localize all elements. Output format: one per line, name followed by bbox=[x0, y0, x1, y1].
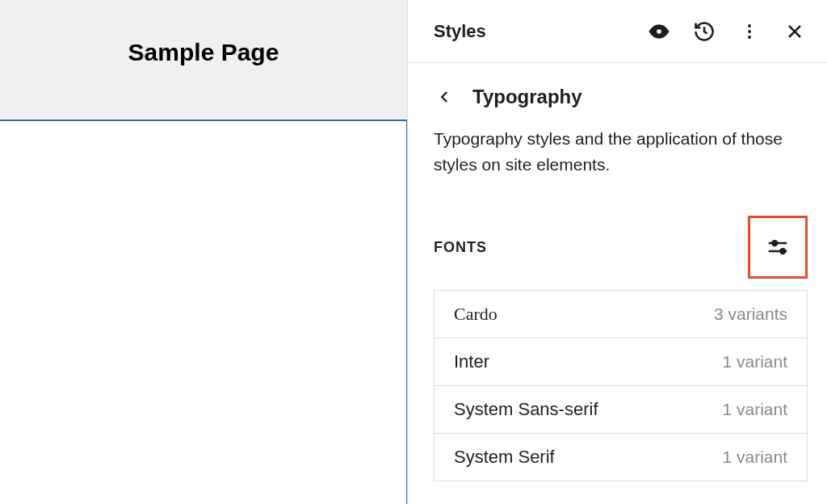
section-description: Typography styles and the application of… bbox=[408, 115, 827, 177]
sidebar-actions bbox=[646, 19, 808, 44]
font-row[interactable]: System Sans-serif 1 variant bbox=[434, 386, 807, 434]
section-nav: Typography bbox=[408, 63, 827, 115]
stylebook-button[interactable] bbox=[646, 19, 672, 44]
font-variants: 1 variant bbox=[722, 352, 787, 372]
font-row[interactable]: System Serif 1 variant bbox=[434, 434, 807, 481]
font-list: Cardo 3 variants Inter 1 variant System … bbox=[434, 290, 808, 481]
preview-header: Sample Page bbox=[0, 0, 407, 121]
more-vertical-icon bbox=[740, 22, 759, 41]
close-button[interactable] bbox=[782, 19, 808, 44]
svg-point-1 bbox=[748, 24, 751, 27]
svg-point-2 bbox=[748, 30, 751, 33]
page-preview: Sample Page bbox=[0, 0, 407, 504]
history-icon bbox=[693, 20, 716, 43]
svg-point-3 bbox=[748, 36, 751, 39]
manage-fonts-highlight bbox=[748, 216, 808, 279]
svg-point-0 bbox=[656, 28, 662, 35]
styles-sidebar: Styles bbox=[407, 0, 827, 504]
back-button[interactable] bbox=[434, 86, 456, 108]
preview-body[interactable] bbox=[0, 121, 407, 504]
fonts-header: Fonts bbox=[408, 177, 827, 279]
font-name: Inter bbox=[454, 351, 489, 372]
font-name: System Serif bbox=[454, 447, 555, 468]
font-name: System Sans-serif bbox=[454, 399, 598, 420]
eye-icon bbox=[647, 19, 671, 44]
font-variants: 1 variant bbox=[722, 400, 787, 419]
font-variants: 1 variant bbox=[722, 447, 787, 467]
close-icon bbox=[785, 22, 804, 41]
chevron-left-icon bbox=[438, 90, 452, 104]
fonts-label: Fonts bbox=[434, 239, 487, 256]
font-name: Cardo bbox=[454, 304, 497, 325]
more-button[interactable] bbox=[737, 19, 762, 44]
sliders-icon bbox=[766, 235, 790, 259]
svg-point-9 bbox=[780, 249, 785, 254]
section-title: Typography bbox=[472, 86, 582, 108]
font-row[interactable]: Cardo 3 variants bbox=[434, 291, 807, 338]
sidebar-title: Styles bbox=[434, 21, 486, 42]
svg-point-7 bbox=[772, 241, 777, 246]
manage-fonts-button[interactable] bbox=[763, 233, 792, 262]
sidebar-header: Styles bbox=[408, 0, 827, 63]
font-row[interactable]: Inter 1 variant bbox=[434, 338, 807, 386]
page-title: Sample Page bbox=[128, 39, 279, 66]
font-variants: 3 variants bbox=[714, 304, 787, 324]
revisions-button[interactable] bbox=[691, 19, 717, 44]
